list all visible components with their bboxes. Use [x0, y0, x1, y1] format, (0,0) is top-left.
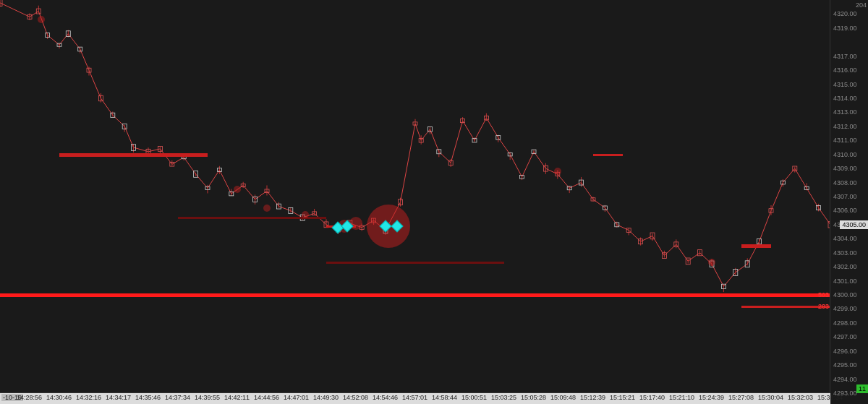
- y-tick-label: 4311.00: [833, 137, 857, 144]
- y-tick-label: 4314.00: [833, 95, 857, 102]
- x-tick-label: 15:12:39: [580, 394, 605, 401]
- y-tick-label: 4316.00: [833, 66, 857, 74]
- x-tick-label: 14:49:30: [313, 394, 339, 401]
- volume-zone: [593, 154, 623, 156]
- y-tick-label: 4310.00: [833, 151, 857, 158]
- volume-bubble: [263, 205, 271, 212]
- x-tick-label: 15:38:34: [817, 394, 843, 401]
- x-tick-label: 15:00:51: [461, 394, 487, 401]
- y-tick-label: 4319.00: [833, 25, 857, 32]
- volume-zone: [741, 244, 771, 248]
- y-tick-label: 4302.00: [833, 263, 857, 270]
- x-tick-label: 15:05:28: [521, 394, 546, 401]
- x-tick-label: 15:15:21: [610, 394, 635, 401]
- x-tick-label: 15:21:10: [669, 394, 694, 401]
- x-tick-label: 14:47:01: [284, 394, 309, 401]
- y-tick-label: 4296.00: [833, 348, 857, 355]
- bottom-right-indicator: 11: [856, 384, 868, 393]
- y-tick-label: 4301.00: [833, 278, 857, 285]
- y-tick-label: 4317.00: [833, 53, 857, 60]
- volume-profile-label: 503: [818, 291, 829, 298]
- x-tick-label: 14:57:01: [402, 394, 427, 401]
- y-tick-label: 4320.00: [833, 10, 857, 17]
- volume-profile-label: 283: [818, 303, 829, 310]
- current-price-badge: 4305.00: [840, 220, 868, 229]
- x-tick-label: 14:35:46: [135, 394, 161, 401]
- y-tick-label: 4309.00: [833, 165, 857, 172]
- volume-bubble: [234, 186, 241, 193]
- y-tick-label: 4308.00: [833, 179, 857, 186]
- support-level: [0, 293, 830, 297]
- y-axis: 204 4320.004319.004317.004316.004315.004…: [830, 0, 868, 393]
- x-tick-label: 15:27:08: [728, 394, 754, 401]
- x-tick-label: 14:39:55: [195, 394, 220, 401]
- x-tick-label: 14:54:46: [373, 394, 398, 401]
- x-tick-label: 15:03:25: [491, 394, 516, 401]
- x-tick-label: 14:52:08: [343, 394, 368, 401]
- volume-bubble: [708, 259, 715, 266]
- x-tick-label: 14:42:11: [224, 394, 250, 401]
- x-tick-label: 15:30:04: [758, 394, 783, 401]
- y-tick-label: 4297.00: [833, 333, 857, 340]
- x-tick-label: 15:09:48: [550, 394, 576, 401]
- price-chart[interactable]: 503283 204 4320.004319.004317.004316.004…: [0, 0, 868, 404]
- x-tick-label: 15:32:03: [788, 394, 813, 401]
- y-tick-label: 4312.00: [833, 123, 857, 130]
- y-tick-label: 4313.00: [833, 108, 857, 116]
- y-tick-label: 4295.00: [833, 361, 857, 369]
- chart-plot-area[interactable]: 503283: [0, 0, 830, 393]
- x-tick-label: 14:37:34: [165, 394, 190, 401]
- x-tick-label: 14:34:17: [106, 394, 131, 401]
- volume-bubble: [554, 168, 561, 175]
- volume-zone: [326, 262, 504, 264]
- x-tick-label: 14:58:44: [432, 394, 457, 401]
- y-tick-label: 4298.00: [833, 319, 857, 327]
- x-tick-label: 15:17:40: [639, 394, 665, 401]
- y-tick-label: 4306.00: [833, 207, 857, 214]
- x-tick-label: 14:44:56: [254, 394, 279, 401]
- x-tick-label: 14:30:46: [46, 394, 72, 401]
- y-tick-label: 4299.00: [833, 305, 857, 312]
- x-tick-label: 15:24:39: [699, 394, 724, 401]
- x-axis: -10-1914:28:5614:30:4614:32:1614:34:1714…: [0, 392, 830, 404]
- x-tick-label: 14:32:16: [76, 394, 101, 401]
- y-tick-label: 4307.00: [833, 193, 857, 200]
- y-tick-label: 4303.00: [833, 249, 857, 257]
- volume-bubble: [38, 16, 45, 23]
- y-tick-label: 4315.00: [833, 81, 857, 88]
- price-line: [0, 0, 830, 393]
- volume-zone: [59, 153, 208, 157]
- volume-zone: [741, 306, 830, 308]
- y-tick-label: 4300.00: [833, 291, 857, 298]
- y-tick-label: 4294.00: [833, 376, 857, 383]
- volume-bubble: [302, 211, 309, 218]
- top-indicator-value: 204: [856, 1, 867, 9]
- y-tick-label: 4304.00: [833, 235, 857, 242]
- x-tick-label: 14:28:56: [17, 394, 42, 401]
